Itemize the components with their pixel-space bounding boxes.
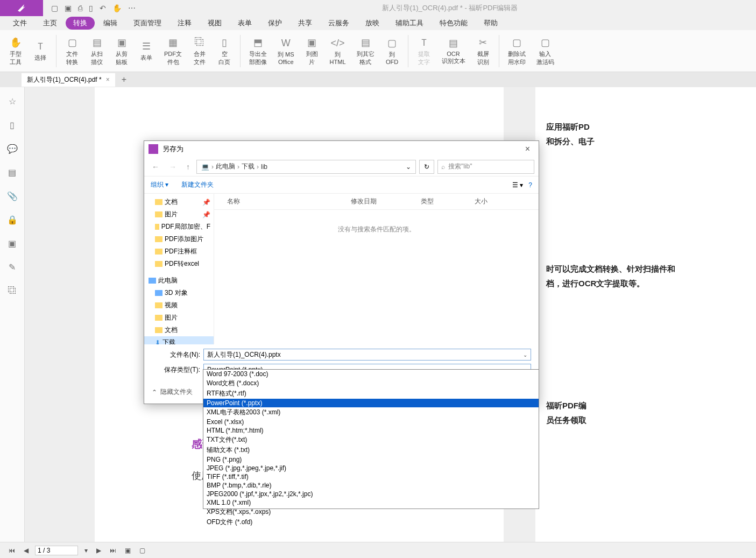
form-icon[interactable]: ▣ <box>7 238 18 249</box>
next-page-icon[interactable]: ▶ <box>94 547 103 554</box>
menu-form[interactable]: 表单 <box>230 17 259 30</box>
menu-view[interactable]: 视图 <box>200 17 229 30</box>
filetype-options-list[interactable]: Word 97-2003 (*.doc)Word文档 (*.docx)RTF格式… <box>203 369 539 509</box>
nav-fwd-icon[interactable]: → <box>166 160 180 173</box>
menu-edit[interactable]: 编辑 <box>96 17 125 30</box>
rb-watermark[interactable]: ▢删除试 用水印 <box>504 35 530 67</box>
rb-activate[interactable]: ▢输入 激活码 <box>532 35 559 67</box>
help-icon[interactable]: ? <box>528 181 532 189</box>
new-icon[interactable]: ▯ <box>89 4 93 12</box>
tree-docs2[interactable]: 文档 <box>144 324 214 336</box>
attach-icon[interactable]: 📎 <box>7 190 18 201</box>
search-box[interactable]: ⌕ 搜索"lib" <box>437 160 534 174</box>
filetype-option[interactable]: RTF格式(*.rtf) <box>203 389 539 399</box>
tree-docs[interactable]: 文档📌 <box>144 196 214 208</box>
organize-button[interactable]: 组织 ▾ <box>151 180 168 189</box>
rb-other[interactable]: ▤到其它 格式 <box>352 35 379 67</box>
save-icon[interactable]: ▣ <box>65 4 72 12</box>
rb-office[interactable]: W到 MS Office <box>273 36 299 66</box>
app-icon[interactable] <box>0 0 43 16</box>
rb-fileconv[interactable]: ▢文件 转换 <box>61 35 83 67</box>
menu-page[interactable]: 页面管理 <box>126 17 169 30</box>
refresh-button[interactable]: ↻ <box>419 160 434 174</box>
file-list[interactable]: 名称 修改日期 类型 大小 没有与搜索条件匹配的项。 <box>214 194 539 344</box>
more-icon[interactable]: ⋯ <box>128 4 136 12</box>
tree-3d[interactable]: 3D 对象 <box>144 287 214 299</box>
rb-html[interactable]: </>到 HTML <box>326 36 350 66</box>
menu-annot[interactable]: 注释 <box>170 17 199 30</box>
filetype-option[interactable]: PowerPoint (*.pptx) <box>203 399 539 407</box>
layers-icon[interactable]: ▤ <box>7 167 18 178</box>
compare-icon[interactable]: ⿻ <box>7 285 18 296</box>
bc-dropdown-icon[interactable]: ⌄ <box>406 163 411 171</box>
dialog-close-icon[interactable]: × <box>521 144 534 154</box>
rb-scanner[interactable]: ▤从扫 描仪 <box>86 35 108 67</box>
open-icon[interactable]: ▢ <box>51 4 58 12</box>
filetype-option[interactable]: TXT文件(*.txt) <box>203 435 539 445</box>
page-input[interactable] <box>35 546 78 555</box>
filetype-option[interactable]: HTML (*.htm;*.html) <box>203 426 539 435</box>
tree-f1[interactable]: PDF局部加密、F <box>144 221 214 233</box>
rb-pkg[interactable]: ▦PDF文 件包 <box>160 35 186 67</box>
col-type[interactable]: 类型 <box>416 196 470 207</box>
menu-present[interactable]: 放映 <box>358 17 387 30</box>
rb-img[interactable]: ▣到图 片 <box>301 35 323 67</box>
document-tab[interactable]: 新人引导(1)_OCR(4).pdf * × <box>22 73 115 87</box>
rb-ofd[interactable]: ▢到 OFD <box>381 36 404 66</box>
bookmark-icon[interactable]: ☆ <box>7 96 18 107</box>
fit2-icon[interactable]: ▢ <box>137 547 147 554</box>
col-date[interactable]: 修改日期 <box>347 196 416 207</box>
bc-p1[interactable]: 下载 <box>242 162 255 171</box>
pages-icon[interactable]: ▯ <box>7 119 18 130</box>
tree-thispc[interactable]: 此电脑 <box>144 274 214 287</box>
lock-icon[interactable]: 🔒 <box>7 214 18 225</box>
col-name[interactable]: 名称 <box>223 196 347 207</box>
rb-clip[interactable]: ▣从剪 贴板 <box>110 35 133 67</box>
tree-pics[interactable]: 图片📌 <box>144 208 214 221</box>
tree-download[interactable]: ⬇下载 <box>144 336 214 344</box>
nav-back-icon[interactable]: ← <box>149 160 162 173</box>
filetype-option[interactable]: Excel (*.xlsx) <box>203 418 539 426</box>
filetype-option[interactable]: Word文档 (*.docx) <box>203 378 539 389</box>
bc-p2[interactable]: lib <box>261 163 267 171</box>
sign-icon[interactable]: ✎ <box>7 262 18 272</box>
rb-screenocr[interactable]: ✂截屏 识别 <box>472 35 494 67</box>
undo-icon[interactable]: ↶ <box>100 4 106 12</box>
tree-video[interactable]: 视频 <box>144 299 214 312</box>
nav-up-icon[interactable]: ↑ <box>183 160 193 173</box>
add-tab-button[interactable]: + <box>115 75 133 84</box>
rb-blank[interactable]: ▯空 白页 <box>213 35 236 67</box>
newfolder-button[interactable]: 新建文件夹 <box>181 180 214 189</box>
filename-input[interactable]: 新人引导(1)_OCR(4).pptx⌄ <box>203 349 531 361</box>
menu-protect[interactable]: 保护 <box>260 17 289 30</box>
comment-icon[interactable]: 💬 <box>7 143 18 154</box>
tree-f4[interactable]: PDF转excel <box>144 258 214 270</box>
filetype-option[interactable]: XPS文档(*.xps,*.oxps) <box>203 507 539 517</box>
view-mode-icon[interactable]: ☰ ▾ <box>512 181 523 189</box>
tree-pics2[interactable]: 图片 <box>144 312 214 324</box>
rb-merge[interactable]: ⿻合并 文件 <box>188 35 211 67</box>
filetype-option[interactable]: PNG (*.png) <box>203 455 539 464</box>
rb-ocr[interactable]: ▤OCR 识别文本 <box>437 36 470 66</box>
filetype-option[interactable]: JPEG2000 (*.jpf,*.jpx,*.jp2,*.j2k,*.jpc) <box>203 490 539 498</box>
filetype-option[interactable]: XML 1.0 (*.xml) <box>203 498 539 507</box>
print-icon[interactable]: ⎙ <box>78 4 82 12</box>
first-page-icon[interactable]: ⏮ <box>6 547 17 554</box>
col-size[interactable]: 大小 <box>470 196 513 207</box>
hand-icon[interactable]: ✋ <box>112 4 122 12</box>
last-page-icon[interactable]: ⏭ <box>108 547 118 554</box>
page-dropdown-icon[interactable]: ▾ <box>82 547 90 554</box>
menu-help[interactable]: 帮助 <box>476 17 505 30</box>
filetype-option[interactable]: JPEG (*.jpg,*.jpeg,*.jpe,*.jif) <box>203 464 539 472</box>
folder-tree[interactable]: 文档📌 图片📌 PDF局部加密、F PDF添加图片 PDF注释框 PDF转exc… <box>144 194 214 344</box>
filetype-option[interactable]: BMP (*.bmp,*.dib,*.rle) <box>203 481 539 490</box>
filetype-option[interactable]: Word 97-2003 (*.doc) <box>203 370 539 378</box>
bc-root[interactable]: 此电脑 <box>216 162 235 171</box>
menu-cloud[interactable]: 云服务 <box>321 17 357 30</box>
filetype-option[interactable]: 辅助文本 (*.txt) <box>203 445 539 455</box>
menu-home[interactable]: 主页 <box>36 17 65 30</box>
menu-file[interactable]: 文件 <box>5 17 34 30</box>
menu-feature[interactable]: 特色功能 <box>432 17 475 30</box>
filetype-option[interactable]: XML电子表格2003 (*.xml) <box>203 407 539 418</box>
breadcrumb[interactable]: 💻 › 此电脑 › 下载 › lib ⌄ <box>196 160 416 174</box>
